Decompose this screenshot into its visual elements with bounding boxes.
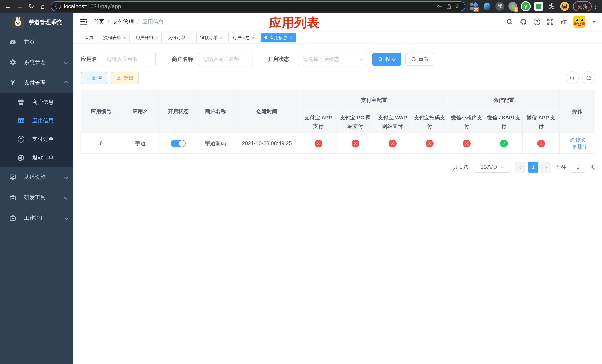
url-host: localhost [64, 3, 86, 9]
sidebar-logo[interactable]: 芋道管理系统 [0, 13, 73, 32]
toolbox-icon [8, 194, 17, 201]
breadcrumb-separator: / [137, 19, 139, 25]
browser-update-button[interactable]: 更新 [573, 1, 592, 11]
extensions-puzzle-icon[interactable] [546, 0, 558, 12]
sidebar-item-workflow[interactable]: 工作流程 [0, 208, 73, 228]
navbar-actions: ? TT [506, 16, 596, 28]
search-button[interactable]: 搜索 [372, 53, 401, 65]
close-icon[interactable]: × [290, 35, 292, 40]
page-number-1[interactable]: 1 [528, 162, 538, 172]
breadcrumb: 首页 / 支付管理 / 应用信息 [94, 18, 164, 26]
refresh-table-button[interactable] [582, 72, 595, 85]
tag-app-info[interactable]: 应用信息× [261, 33, 296, 43]
home-icon[interactable]: ⌂ [37, 1, 48, 11]
tag-home[interactable]: 首页 [81, 33, 97, 43]
show-search-button[interactable] [566, 72, 579, 85]
extension-yudao-icon[interactable]: y [520, 0, 532, 12]
fullscreen-icon[interactable] [547, 18, 554, 25]
chevron-down-icon [64, 175, 68, 179]
close-icon[interactable]: × [123, 35, 126, 40]
tag-user-group[interactable]: 用户分组× [132, 33, 162, 43]
delete-link[interactable]: 删除 [572, 143, 587, 150]
page-size-select[interactable]: 10条/页 [473, 162, 510, 172]
tag-merchant-info[interactable]: 商户信息× [228, 33, 258, 43]
goto-page-input[interactable] [571, 162, 585, 172]
close-icon[interactable]: × [252, 35, 255, 40]
sidebar-item-infrastructure[interactable]: 基础设施 [0, 167, 73, 187]
prev-page-button[interactable]: ‹ [515, 162, 525, 172]
tag-label: 商户信息 [232, 35, 250, 41]
cross-circle-icon: × [463, 139, 471, 147]
navbar: 首页 / 支付管理 / 应用信息 应用列表 ? TT [73, 13, 602, 31]
extension-badge: 10 [473, 7, 479, 12]
next-page-button[interactable]: › [541, 162, 551, 172]
tag-label: 流程表单 [103, 35, 121, 41]
font-size-icon[interactable]: TT [560, 18, 567, 26]
col-alipay-pc: 支付宝 PC 网站支付 [337, 111, 374, 133]
tag-refund-order[interactable]: 退款订单× [196, 33, 226, 43]
sidebar-item-system[interactable]: 系统管理 [0, 52, 73, 73]
app-title: 芋道管理系统 [29, 19, 62, 26]
tag-label: 首页 [85, 35, 94, 41]
sidebar-item-merchant-info[interactable]: 商户信息 [0, 93, 73, 111]
password-key-icon[interactable] [436, 3, 443, 10]
status-toggle[interactable] [171, 140, 186, 147]
github-icon[interactable] [520, 18, 527, 25]
extension-command-icon[interactable]: ⌘ [494, 0, 506, 12]
status-label: 开启状态 [268, 55, 289, 63]
back-icon[interactable]: ← [3, 1, 14, 11]
bookmark-star-icon[interactable]: ☆ [455, 3, 461, 10]
document-icon [16, 154, 26, 161]
extension-balloon-icon[interactable] [481, 0, 493, 12]
sidebar-item-dev-tools[interactable]: 研发工具 [0, 187, 73, 208]
sidebar-item-pay-order[interactable]: ¥ 支付订单 [0, 130, 73, 149]
extension-tampermonkey-icon[interactable]: 10 [468, 0, 480, 12]
tag-process-form[interactable]: 流程表单× [100, 33, 129, 43]
breadcrumb-home[interactable]: 首页 [94, 18, 104, 26]
table-tools [566, 72, 595, 85]
browser-menu-icon[interactable] [593, 3, 599, 9]
export-button[interactable]: 导出 [111, 72, 139, 84]
extension-chat-icon[interactable] [533, 0, 545, 12]
user-avatar[interactable] [573, 16, 585, 28]
address-bar[interactable]: i localhost:1024/pay/app ☆ [51, 1, 465, 11]
edit-link[interactable]: 修改 [570, 137, 585, 143]
merchant-name-input[interactable] [198, 53, 252, 66]
url-text[interactable]: localhost:1024/pay/app [64, 3, 121, 10]
reset-button[interactable]: 重置 [405, 53, 434, 65]
close-icon[interactable]: × [220, 35, 223, 40]
extension-smiley-icon[interactable] [559, 0, 570, 12]
cross-circle-icon: × [426, 139, 434, 147]
col-wechat-lite: 微信小程序支付 [448, 111, 485, 133]
close-icon[interactable]: × [155, 35, 158, 40]
yen-icon: ¥ [8, 79, 17, 86]
status-select[interactable]: 请选择开启状态 [298, 53, 367, 66]
site-info-icon[interactable]: i [55, 3, 61, 9]
sidebar-item-home[interactable]: 首页 [0, 32, 73, 52]
close-icon[interactable]: × [188, 35, 190, 40]
search-icon [378, 57, 383, 62]
cell-alipay-pc: × [337, 133, 374, 154]
app-name-input[interactable] [102, 53, 156, 66]
yen-circle-icon: ¥ [16, 136, 26, 143]
merchant-name-label: 商户名称 [172, 55, 193, 63]
help-icon[interactable]: ? [534, 19, 540, 25]
sidebar-collapse-icon[interactable] [80, 18, 88, 26]
add-button[interactable]: + 新增 [81, 72, 107, 84]
refresh-icon [586, 75, 591, 81]
share-icon[interactable] [446, 3, 452, 10]
sidebar-item-refund-order[interactable]: 退款订单 [0, 149, 73, 167]
avatar-caret-icon[interactable] [592, 21, 596, 25]
table-toolbar: + 新增 导出 [81, 72, 595, 85]
search-icon[interactable] [506, 18, 513, 25]
status-select-placeholder: 请选择开启状态 [303, 56, 339, 63]
sidebar-item-payment[interactable]: ¥ 支付管理 [0, 73, 73, 93]
extension-recorder-icon[interactable]: 1 [507, 0, 519, 12]
col-alipay-app: 支付宝 APP 支付 [300, 111, 337, 133]
breadcrumb-payment[interactable]: 支付管理 [113, 18, 134, 26]
sidebar-item-app-info[interactable]: 应用信息 [0, 111, 73, 130]
forward-icon[interactable]: → [14, 1, 25, 11]
reload-icon[interactable]: ↻ [26, 1, 37, 11]
dashboard-icon [8, 39, 17, 45]
tag-pay-order[interactable]: 支付订单× [164, 33, 194, 43]
